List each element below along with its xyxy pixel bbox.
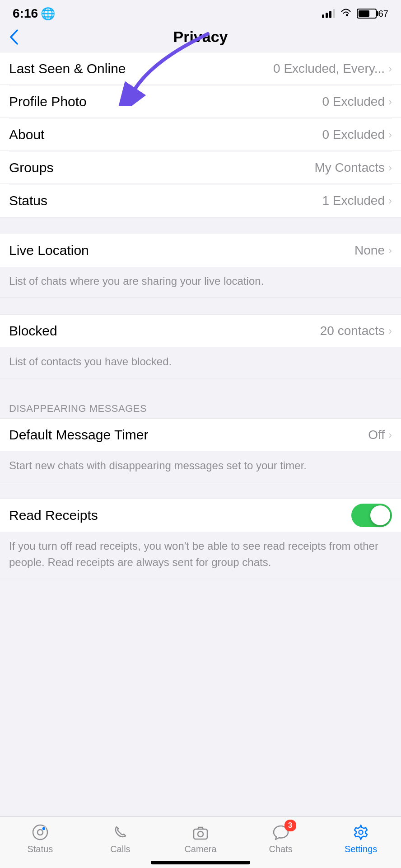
calls-icon bbox=[111, 823, 129, 841]
home-indicator bbox=[151, 861, 250, 864]
chevron-icon: › bbox=[388, 62, 392, 75]
page-title: Privacy bbox=[173, 28, 228, 46]
tab-calls[interactable]: Calls bbox=[98, 823, 143, 854]
chevron-icon: › bbox=[388, 194, 392, 207]
chats-icon: 3 bbox=[272, 823, 290, 841]
settings-icon bbox=[352, 823, 370, 841]
chevron-icon: › bbox=[388, 325, 392, 337]
battery-icon: 67 bbox=[357, 9, 388, 19]
chevron-icon: › bbox=[388, 95, 392, 108]
signal-bars-icon bbox=[322, 9, 335, 18]
last-seen-label: Last Seen & Online bbox=[9, 61, 126, 76]
read-receipts-row[interactable]: Read Receipts bbox=[0, 499, 401, 532]
blocked-label: Blocked bbox=[9, 323, 57, 339]
about-value-wrap: 0 Excluded › bbox=[322, 127, 392, 142]
tab-settings-label: Settings bbox=[345, 844, 377, 854]
profile-photo-value: 0 Excluded bbox=[322, 94, 385, 109]
live-location-row[interactable]: Live Location None › bbox=[0, 234, 401, 267]
profile-photo-row[interactable]: Profile Photo 0 Excluded › bbox=[0, 85, 401, 118]
live-location-label: Live Location bbox=[9, 243, 89, 258]
svg-point-3 bbox=[42, 827, 46, 830]
status-time: 6:16 bbox=[13, 6, 38, 21]
read-receipts-section: Read Receipts If you turn off read recei… bbox=[0, 499, 401, 579]
about-value: 0 Excluded bbox=[322, 127, 385, 142]
privacy-section: Last Seen & Online 0 Excluded, Every... … bbox=[0, 52, 401, 217]
blocked-value: 20 contacts bbox=[320, 324, 385, 338]
live-location-value-wrap: None › bbox=[354, 243, 392, 258]
profile-photo-value-wrap: 0 Excluded › bbox=[322, 94, 392, 109]
live-location-value: None bbox=[354, 243, 385, 258]
svg-point-6 bbox=[359, 830, 363, 835]
section-gap-1 bbox=[0, 217, 401, 234]
back-button[interactable] bbox=[9, 28, 19, 46]
tab-camera[interactable]: Camera bbox=[178, 823, 223, 854]
read-receipts-toggle[interactable] bbox=[351, 504, 392, 527]
tab-calls-label: Calls bbox=[110, 844, 130, 854]
status-privacy-label: Status bbox=[9, 193, 47, 208]
blocked-value-wrap: 20 contacts › bbox=[320, 324, 392, 338]
last-seen-value: 0 Excluded, Every... bbox=[273, 61, 385, 76]
last-seen-row[interactable]: Last Seen & Online 0 Excluded, Every... … bbox=[0, 52, 401, 85]
message-timer-value-wrap: Off › bbox=[368, 428, 392, 442]
chevron-icon: › bbox=[388, 161, 392, 174]
status-privacy-value: 1 Excluded bbox=[322, 193, 385, 208]
globe-icon: 🌐 bbox=[41, 7, 55, 21]
live-location-section: Live Location None › List of chats where… bbox=[0, 234, 401, 298]
read-receipts-label: Read Receipts bbox=[9, 508, 98, 523]
nav-header: Privacy bbox=[0, 24, 401, 52]
tab-chats-label: Chats bbox=[269, 844, 292, 854]
status-privacy-row[interactable]: Status 1 Excluded › bbox=[0, 184, 401, 217]
camera-icon bbox=[191, 823, 210, 841]
live-location-description: List of chats where you are sharing your… bbox=[0, 267, 401, 298]
message-timer-row[interactable]: Default Message Timer Off › bbox=[0, 419, 401, 451]
wifi-icon bbox=[340, 8, 352, 19]
chats-badge: 3 bbox=[284, 820, 296, 831]
blocked-section: Blocked 20 contacts › List of contacts y… bbox=[0, 314, 401, 378]
tab-camera-label: Camera bbox=[184, 844, 216, 854]
blocked-row[interactable]: Blocked 20 contacts › bbox=[0, 315, 401, 347]
groups-value-wrap: My Contacts › bbox=[314, 160, 392, 175]
tab-bar: Status Calls Camera 3 Chats bbox=[0, 816, 401, 868]
tab-chats[interactable]: 3 Chats bbox=[258, 823, 303, 854]
status-privacy-value-wrap: 1 Excluded › bbox=[322, 193, 392, 208]
groups-label: Groups bbox=[9, 160, 53, 175]
chevron-icon: › bbox=[388, 128, 392, 141]
status-bar: 6:16 🌐 67 bbox=[0, 0, 401, 24]
section-gap-3 bbox=[0, 378, 401, 395]
battery-percent: 67 bbox=[378, 9, 388, 19]
last-seen-value-wrap: 0 Excluded, Every... › bbox=[273, 61, 392, 76]
about-row[interactable]: About 0 Excluded › bbox=[0, 118, 401, 151]
toggle-knob bbox=[370, 505, 390, 525]
read-receipts-description: If you turn off read receipts, you won't… bbox=[0, 532, 401, 579]
profile-photo-label: Profile Photo bbox=[9, 94, 87, 109]
groups-value: My Contacts bbox=[314, 160, 385, 175]
status-icons: 67 bbox=[322, 8, 388, 19]
svg-point-5 bbox=[198, 831, 203, 837]
message-timer-value: Off bbox=[368, 428, 385, 442]
disappearing-description: Start new chats with disappearing messag… bbox=[0, 451, 401, 482]
message-timer-label: Default Message Timer bbox=[9, 427, 148, 443]
status-icon bbox=[31, 823, 49, 841]
chevron-icon: › bbox=[388, 244, 392, 257]
section-gap-4 bbox=[0, 482, 401, 499]
chevron-icon: › bbox=[388, 429, 392, 441]
content-area: Last Seen & Online 0 Excluded, Every... … bbox=[0, 52, 401, 660]
tab-status[interactable]: Status bbox=[18, 823, 63, 854]
disappearing-section: DISAPPEARING MESSAGES Default Message Ti… bbox=[0, 395, 401, 482]
svg-rect-4 bbox=[194, 829, 207, 839]
disappearing-header: DISAPPEARING MESSAGES bbox=[0, 395, 401, 418]
groups-row[interactable]: Groups My Contacts › bbox=[0, 151, 401, 184]
svg-point-2 bbox=[37, 830, 43, 835]
blocked-description: List of contacts you have blocked. bbox=[0, 347, 401, 378]
tab-status-label: Status bbox=[27, 844, 53, 854]
about-label: About bbox=[9, 127, 44, 142]
tab-settings[interactable]: Settings bbox=[338, 823, 383, 854]
section-gap-2 bbox=[0, 298, 401, 314]
